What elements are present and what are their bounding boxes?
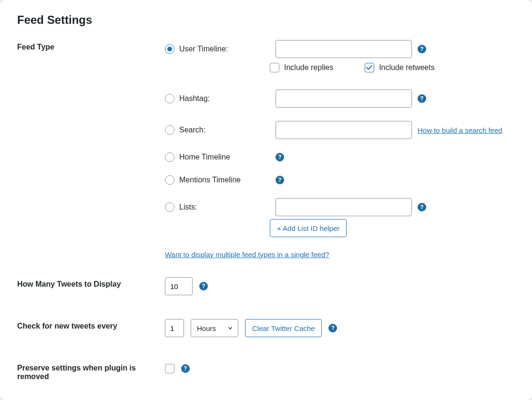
radio-search[interactable] [165, 125, 174, 135]
feed-type-label: Feed Type [17, 40, 165, 51]
select-check-unit[interactable]: Hours [191, 319, 238, 337]
checkbox-preserve-settings[interactable] [165, 364, 174, 373]
radio-hashtag-label: Hashtag: [179, 94, 210, 103]
option-home-timeline: Home Timeline ? [165, 152, 517, 162]
help-icon[interactable]: ? [418, 45, 426, 53]
feed-type-body: User Timeline: ? Include replies Include… [165, 40, 517, 259]
button-clear-twitter-cache[interactable]: Clear Twitter Cache [245, 319, 322, 337]
select-check-unit-value: Hours [197, 324, 216, 332]
help-icon[interactable]: ? [181, 364, 190, 373]
feed-settings-card: Feed Settings Feed Type User Timeline: ?… [0, 0, 532, 400]
radio-user-timeline[interactable] [165, 44, 174, 54]
input-hashtag[interactable] [276, 90, 412, 108]
help-icon[interactable]: ? [418, 203, 426, 211]
include-retweets-label: Include retweets [379, 63, 435, 72]
check-every-row: Check for new tweets every Hours Clear T… [17, 319, 517, 337]
option-search: Search: How to build a search feed [165, 121, 517, 139]
input-lists[interactable] [276, 198, 412, 216]
preserve-label: Preserve settings when plugin is removed [17, 361, 165, 381]
radio-home-timeline-label: Home Timeline [179, 153, 230, 161]
list-helper-wrap: + Add List ID helper [270, 219, 517, 237]
radio-home-timeline[interactable] [165, 152, 174, 162]
help-icon[interactable]: ? [199, 282, 208, 290]
check-every-label: Check for new tweets every [17, 319, 165, 330]
checkbox-include-retweets[interactable] [365, 63, 374, 72]
how-many-label: How Many Tweets to Display [17, 277, 165, 289]
button-add-list-id-helper[interactable]: + Add List ID helper [270, 219, 347, 237]
multi-feed-link-wrap: Want to display multiple feed types in a… [165, 250, 517, 259]
input-check-interval[interactable] [165, 319, 184, 337]
page-title: Feed Settings [17, 13, 517, 27]
radio-hashtag[interactable] [165, 94, 174, 103]
help-icon[interactable]: ? [276, 176, 284, 184]
input-user-timeline[interactable] [276, 40, 412, 58]
option-lists: Lists: ? [165, 198, 517, 216]
option-mentions-timeline: Mentions Timeline ? [165, 175, 517, 185]
radio-lists[interactable] [165, 202, 174, 212]
radio-user-timeline-label: User Timeline: [179, 45, 228, 53]
link-multiple-feed-types[interactable]: Want to display multiple feed types in a… [165, 250, 329, 259]
input-search[interactable] [276, 121, 412, 139]
input-tweet-count[interactable] [165, 277, 193, 295]
radio-mentions-timeline-label: Mentions Timeline [179, 176, 241, 184]
preserve-row: Preserve settings when plugin is removed… [17, 361, 517, 381]
help-icon[interactable]: ? [328, 324, 337, 332]
help-icon[interactable]: ? [276, 153, 284, 161]
how-many-row: How Many Tweets to Display ? [17, 277, 517, 295]
help-icon[interactable]: ? [418, 94, 426, 103]
radio-search-label: Search: [179, 126, 205, 134]
option-user-timeline: User Timeline: ? [165, 40, 517, 58]
checkbox-include-replies[interactable] [270, 63, 279, 72]
link-search-help[interactable]: How to build a search feed [418, 126, 502, 134]
feed-type-row: Feed Type User Timeline: ? Include repli… [17, 40, 517, 259]
option-hashtag: Hashtag: ? [165, 90, 517, 108]
include-replies-label: Include replies [284, 63, 333, 72]
radio-lists-label: Lists: [179, 203, 197, 211]
radio-mentions-timeline[interactable] [165, 175, 174, 185]
user-timeline-suboptions: Include replies Include retweets [270, 63, 517, 72]
